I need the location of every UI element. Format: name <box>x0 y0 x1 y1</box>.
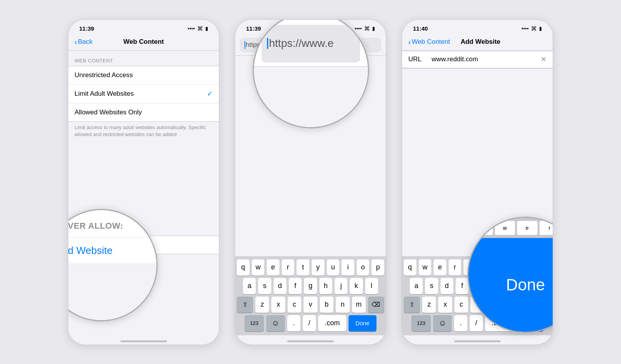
keyboard-row2-phone2: a s d f g h j k l <box>237 278 384 294</box>
key-dotcom[interactable]: .com <box>318 315 346 331</box>
key-123-p3[interactable]: 123 <box>411 315 431 331</box>
phone2: 11:39 ▪▪▪▪ ⌘ ▮ https://www.e q w e r t y… <box>235 19 386 345</box>
url-cursor <box>245 41 245 49</box>
home-indicator-phone3 <box>402 335 553 345</box>
home-bar-phone2 <box>287 340 334 342</box>
section-description: Limit access to many adult websites auto… <box>68 122 219 142</box>
key-f[interactable]: f <box>289 278 302 294</box>
key-y[interactable]: y <box>312 259 324 276</box>
chevron-icon-phone1: ‹ <box>75 38 77 47</box>
mini-key-r: r <box>539 221 553 235</box>
key-v[interactable]: v <box>304 297 317 313</box>
key-k[interactable]: k <box>350 278 363 294</box>
signal-icon: ▪▪▪▪ <box>188 26 195 31</box>
nav-title-phone3: Add Website <box>461 38 501 46</box>
key-f-p3[interactable]: f <box>456 278 468 294</box>
nav-bar-phone3: ‹ Web Content Add Website <box>402 35 553 51</box>
key-c-p3[interactable]: c <box>454 297 468 313</box>
table-row-limit-adult[interactable]: Limit Adult Websites ✓ <box>68 85 219 104</box>
url-clear-icon[interactable]: ✕ <box>541 55 546 64</box>
keyboard-phone2[interactable]: q w e r t y u i o p a s d f g h j k l ⇧ … <box>235 256 386 335</box>
wifi-icon: ⌘ <box>197 25 203 32</box>
key-p[interactable]: p <box>371 259 384 276</box>
web-content-options: Unrestricted Access Limit Adult Websites… <box>68 66 219 122</box>
key-a-p3[interactable]: a <box>410 278 423 294</box>
phone1: 11:39 ▪▪▪▪ ⌘ ▮ ‹ Back Web Content WEB CO… <box>68 19 219 345</box>
key-m[interactable]: m <box>352 297 366 313</box>
chevron-icon-phone3: ‹ <box>408 38 411 47</box>
key-x[interactable]: x <box>271 297 285 313</box>
key-e[interactable]: e <box>267 259 279 276</box>
key-s[interactable]: s <box>258 278 271 294</box>
circle-add-website-label: Add Website <box>68 245 113 256</box>
table-row-allowed-only[interactable]: Allowed Websites Only <box>68 104 219 121</box>
signal-icon-p2: ▪▪▪▪ <box>355 26 362 31</box>
key-o[interactable]: o <box>357 259 369 276</box>
keyboard-row4-phone2: 123 ☺ . / .com Done <box>237 315 384 331</box>
key-slash[interactable]: / <box>303 315 316 331</box>
key-s-p3[interactable]: s <box>425 278 438 294</box>
nav-title-phone1: Web Content <box>123 38 164 46</box>
keyboard-row1-phone2: q w e r t y u i o p <box>237 259 384 276</box>
status-time-phone3: 11:40 <box>413 25 428 32</box>
status-time-phone1: 11:39 <box>79 25 94 32</box>
key-d[interactable]: d <box>274 278 286 294</box>
key-delete[interactable]: ⌫ <box>368 297 384 313</box>
key-n[interactable]: n <box>336 297 349 313</box>
circle-done-label[interactable]: Done <box>506 276 545 294</box>
key-d-p3[interactable]: d <box>441 278 453 294</box>
row-label-allowed-only: Allowed Websites Only <box>75 109 142 116</box>
key-j[interactable]: j <box>335 278 347 294</box>
key-r-p3[interactable]: r <box>449 259 461 276</box>
key-h[interactable]: h <box>319 278 332 294</box>
nav-bar-phone1: ‹ Back Web Content <box>68 35 219 51</box>
key-q[interactable]: q <box>237 259 250 276</box>
key-slash-p3[interactable]: / <box>470 315 483 331</box>
back-button-phone3[interactable]: ‹ Web Content <box>408 38 450 47</box>
key-z[interactable]: z <box>255 297 269 313</box>
url-field-row[interactable]: URL www.reddit.com ✕ <box>402 51 553 68</box>
checkmark-icon: ✓ <box>207 90 213 98</box>
key-done-phone2[interactable]: Done <box>349 315 376 331</box>
key-a[interactable]: a <box>243 278 256 294</box>
phone3: 11:40 ▪▪▪▪ ⌘ ▮ ‹ Web Content Add Website… <box>402 19 553 345</box>
key-emoji-p3[interactable]: ☺ <box>433 315 452 331</box>
key-b[interactable]: b <box>320 297 333 313</box>
row-label-limit-adult: Limit Adult Websites <box>75 90 134 98</box>
battery-icon: ▮ <box>205 26 208 31</box>
circle-add-website[interactable]: Add Website <box>68 237 156 264</box>
key-l[interactable]: l <box>365 278 378 294</box>
key-q-p3[interactable]: q <box>404 259 416 276</box>
table-row-unrestricted[interactable]: Unrestricted Access <box>68 66 219 85</box>
key-w[interactable]: w <box>252 259 265 276</box>
key-r[interactable]: r <box>282 259 295 276</box>
key-e-p3[interactable]: e <box>434 259 446 276</box>
home-indicator-phone1 <box>68 335 219 345</box>
key-z-p3[interactable]: z <box>422 297 436 313</box>
section-header-phone1: WEB CONTENT <box>68 51 219 66</box>
back-button-phone1[interactable]: ‹ Back <box>75 38 92 47</box>
back-label-phone1[interactable]: Back <box>78 38 93 46</box>
signal-icon-p3: ▪▪▪▪ <box>522 26 529 31</box>
key-x-p3[interactable]: x <box>438 297 452 313</box>
url-field-value[interactable]: www.reddit.com <box>432 55 541 63</box>
key-w-p3[interactable]: w <box>419 259 432 276</box>
key-shift-p3[interactable]: ⇧ <box>404 297 420 313</box>
url-field-container: URL www.reddit.com ✕ <box>402 51 553 69</box>
status-time-phone2: 11:39 <box>246 25 261 32</box>
status-icons-phone1: ▪▪▪▪ ⌘ ▮ <box>188 25 208 32</box>
key-123[interactable]: 123 <box>245 315 264 331</box>
key-emoji[interactable]: ☺ <box>266 315 285 331</box>
key-i[interactable]: i <box>342 259 354 276</box>
key-u[interactable]: u <box>327 259 340 276</box>
key-c[interactable]: c <box>288 297 301 313</box>
key-t[interactable]: t <box>297 259 309 276</box>
key-g[interactable]: g <box>304 278 317 294</box>
back-label-phone3[interactable]: Web Content <box>412 38 450 46</box>
key-shift[interactable]: ⇧ <box>237 297 253 313</box>
key-dot-p3[interactable]: . <box>454 315 467 331</box>
mini-key-e: e <box>517 221 538 235</box>
status-bar-phone3: 11:40 ▪▪▪▪ ⌘ ▮ <box>402 20 553 35</box>
circle-url-bar[interactable]: https://www.e <box>262 25 360 63</box>
key-dot[interactable]: . <box>287 315 300 331</box>
